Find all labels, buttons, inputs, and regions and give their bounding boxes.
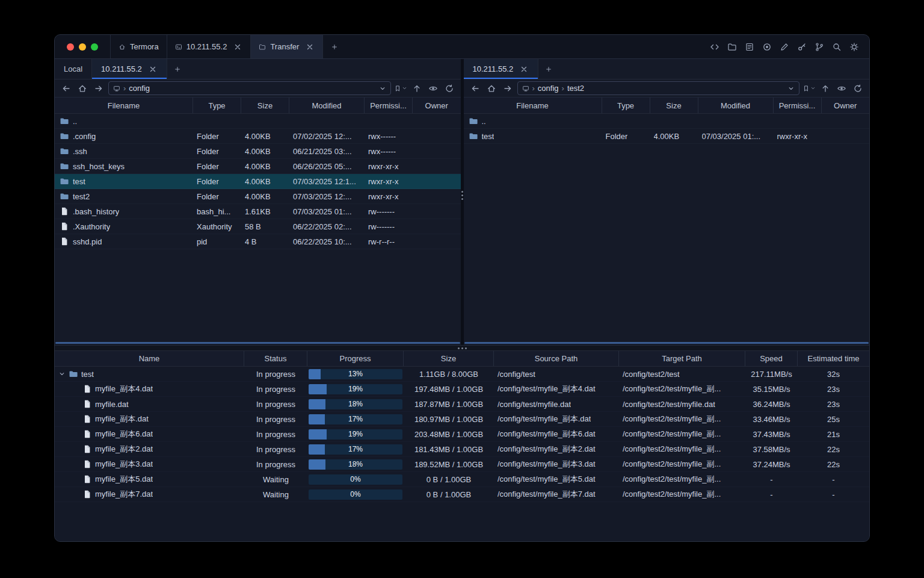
breadcrumb-segment[interactable]: test2: [567, 84, 584, 93]
forward-button[interactable]: [92, 82, 105, 95]
show-hidden-button[interactable]: [835, 82, 848, 95]
column-header-status[interactable]: Status: [244, 351, 307, 366]
file-row[interactable]: ..: [55, 114, 461, 129]
column-header-name[interactable]: Name: [55, 351, 244, 366]
close-icon[interactable]: [305, 42, 315, 52]
up-directory-button[interactable]: [410, 82, 424, 95]
back-button[interactable]: [469, 82, 482, 95]
close-icon[interactable]: [233, 42, 242, 52]
close-window-button[interactable]: [67, 43, 74, 51]
column-header-estimated-time[interactable]: Estimated time: [798, 351, 869, 366]
transfer-row[interactable]: myfile_副本.datIn progress17%180.97MB / 1.…: [55, 412, 869, 427]
chevron-down-icon[interactable]: [787, 85, 795, 92]
column-header-permissions[interactable]: Permissi...: [365, 98, 413, 113]
splitter-handle[interactable]: [458, 347, 467, 349]
refresh-button[interactable]: [851, 82, 864, 95]
code-button[interactable]: [709, 42, 720, 52]
column-header-size[interactable]: Size: [404, 351, 494, 366]
transfer-row[interactable]: myfile_副本7.datWaiting0%0 B / 1.00GB/conf…: [55, 487, 869, 502]
transfer-row[interactable]: myfile_副本2.datIn progress17%181.43MB / 1…: [55, 442, 869, 457]
tab-termora[interactable]: Termora: [110, 35, 167, 58]
tab-local[interactable]: Local: [55, 59, 92, 79]
edit-button[interactable]: [779, 42, 790, 52]
file-row[interactable]: testFolder4.00KB07/03/2025 01:...rwxr-xr…: [464, 129, 870, 144]
left-path-bar[interactable]: › config: [108, 81, 391, 95]
right-path-bar[interactable]: › config › test2: [517, 81, 800, 95]
refresh-button[interactable]: [443, 82, 456, 95]
transfer-row[interactable]: myfile_副本4.datIn progress19%197.48MB / 1…: [55, 382, 869, 397]
vertical-splitter[interactable]: [461, 59, 464, 345]
column-header-permissions[interactable]: Permissi...: [774, 98, 822, 113]
back-button[interactable]: [60, 82, 73, 95]
new-tab-button[interactable]: [323, 35, 346, 58]
folder-button[interactable]: [727, 42, 738, 52]
size-cell: 4.00KB: [241, 189, 289, 204]
zoom-window-button[interactable]: [91, 43, 98, 51]
settings-button[interactable]: [849, 42, 860, 52]
chevron-down-icon[interactable]: [379, 85, 386, 92]
column-header-modified[interactable]: Modified: [289, 98, 365, 113]
file-row[interactable]: ssh_host_keysFolder4.00KB06/26/2025 05:.…: [55, 159, 461, 174]
transfer-row[interactable]: myfile_副本6.datIn progress19%203.48MB / 1…: [55, 427, 869, 442]
transfer-row[interactable]: myfile_副本3.datIn progress18%189.52MB / 1…: [55, 457, 869, 472]
scrollbar-thumb[interactable]: [464, 342, 869, 344]
column-header-speed[interactable]: Speed: [745, 351, 798, 366]
column-header-type[interactable]: Type: [193, 98, 241, 113]
breadcrumb-segment[interactable]: config: [129, 84, 150, 93]
key-button[interactable]: [796, 42, 807, 52]
tab-remote-10-211-55-2[interactable]: 10.211.55.2: [464, 59, 539, 79]
splitter-handle[interactable]: [461, 191, 463, 200]
column-header-target-path[interactable]: Target Path: [619, 351, 745, 366]
column-header-source-path[interactable]: Source Path: [494, 351, 619, 366]
transfer-row[interactable]: myfile_副本5.datWaiting0%0 B / 1.00GB/conf…: [55, 472, 869, 487]
tab-host-terminal[interactable]: 10.211.55.2: [167, 35, 251, 58]
minimize-window-button[interactable]: [79, 43, 86, 51]
file-row[interactable]: test2Folder4.00KB07/03/2025 12:...rwxr-x…: [55, 189, 461, 204]
progress-bar: 18%: [309, 459, 402, 470]
home-button[interactable]: [76, 82, 89, 95]
horizontal-splitter[interactable]: [55, 345, 869, 351]
breadcrumb-segment[interactable]: config: [538, 84, 559, 93]
transfer-row[interactable]: myfile.datIn progress18%187.87MB / 1.00G…: [55, 397, 869, 412]
record-button[interactable]: [762, 42, 772, 52]
eye-icon: [428, 84, 438, 93]
file-row[interactable]: .XauthorityXauthority58 B06/22/2025 02:.…: [55, 219, 461, 234]
log-button[interactable]: [744, 42, 755, 52]
column-header-filename[interactable]: Filename: [55, 98, 193, 113]
close-icon[interactable]: [519, 64, 529, 74]
expand-chevron-icon[interactable]: [58, 370, 66, 378]
file-row[interactable]: .configFolder4.00KB07/02/2025 12:...rwx-…: [55, 129, 461, 144]
column-header-progress[interactable]: Progress: [307, 351, 404, 366]
modified-cell-text: 07/03/2025 12:1...: [293, 177, 356, 186]
up-directory-button[interactable]: [819, 82, 832, 95]
search-button[interactable]: [831, 42, 842, 52]
file-row[interactable]: testFolder4.00KB07/03/2025 12:1...rwxr-x…: [55, 174, 461, 189]
scrollbar-thumb[interactable]: [55, 342, 460, 344]
bookmark-button[interactable]: [394, 82, 407, 95]
size-cell-text: 1.61KB: [245, 207, 271, 216]
file-row[interactable]: ..: [464, 114, 870, 129]
column-header-owner[interactable]: Owner: [413, 98, 461, 113]
column-header-modified[interactable]: Modified: [698, 98, 774, 113]
forward-button[interactable]: [501, 82, 514, 95]
tab-remote-10-211-55-2[interactable]: 10.211.55.2: [92, 59, 167, 79]
left-new-tab-button[interactable]: [167, 59, 188, 79]
bookmark-button[interactable]: [802, 82, 816, 95]
column-header-type[interactable]: Type: [602, 98, 650, 113]
column-header-owner[interactable]: Owner: [822, 98, 870, 113]
file-row[interactable]: .bash_historybash_hi...1.61KB07/03/2025 …: [55, 204, 461, 219]
tab-transfer[interactable]: Transfer: [251, 35, 323, 58]
column-header-size[interactable]: Size: [241, 98, 289, 113]
transfer-row[interactable]: testIn progress13%1.11GB / 8.00GB/config…: [55, 367, 869, 382]
status-cell: In progress: [244, 397, 307, 411]
show-hidden-button[interactable]: [427, 82, 440, 95]
right-new-tab-button[interactable]: [538, 59, 559, 79]
file-row[interactable]: .sshFolder4.00KB06/21/2025 03:...rwx----…: [55, 144, 461, 159]
transfer-list: testIn progress13%1.11GB / 8.00GB/config…: [55, 367, 869, 541]
file-row[interactable]: sshd.pidpid4 B06/22/2025 10:...rw-r--r--: [55, 234, 461, 249]
column-header-size[interactable]: Size: [650, 98, 698, 113]
home-button[interactable]: [485, 82, 498, 95]
column-header-filename[interactable]: Filename: [464, 98, 602, 113]
branch-button[interactable]: [814, 42, 825, 52]
close-icon[interactable]: [148, 64, 158, 74]
